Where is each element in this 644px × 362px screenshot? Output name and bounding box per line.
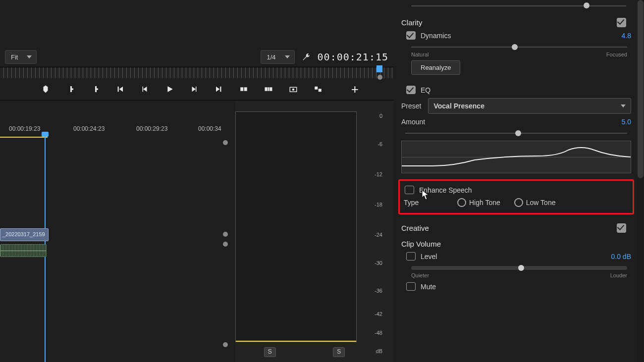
loudness-slider[interactable] bbox=[411, 2, 626, 9]
svg-rect-0 bbox=[240, 87, 243, 91]
low-tone-radio[interactable]: Low Tone bbox=[514, 198, 556, 207]
export-frame-button[interactable] bbox=[288, 84, 298, 94]
scroll-handle-icon[interactable] bbox=[223, 242, 228, 247]
fit-dropdown[interactable]: Fit bbox=[5, 50, 37, 64]
level-checkbox[interactable] bbox=[406, 252, 416, 260]
time-mark: 00:00:19:23 bbox=[9, 125, 40, 132]
zoom-label: 1/4 bbox=[267, 53, 275, 61]
radio-icon bbox=[514, 198, 523, 207]
preset-label: Preset bbox=[401, 102, 421, 110]
amount-slider[interactable] bbox=[405, 130, 627, 137]
wrench-icon[interactable] bbox=[302, 52, 311, 61]
zoom-dropdown[interactable]: 1/4 bbox=[261, 50, 294, 64]
step-back-button[interactable] bbox=[140, 84, 150, 94]
level-min-label: Quieter bbox=[411, 272, 429, 278]
enhance-speech-label: Enhance Speech bbox=[419, 186, 472, 194]
dynamics-min-label: Natural bbox=[411, 52, 429, 57]
play-button[interactable] bbox=[164, 84, 174, 94]
timeline-ruler[interactable]: 00:00:19:23 00:00:24:23 00:00:29:23 00:0… bbox=[0, 125, 235, 136]
creative-enable-checkbox[interactable] bbox=[617, 223, 626, 233]
audio-clip[interactable] bbox=[0, 244, 47, 257]
solo-button[interactable]: S bbox=[333, 347, 345, 357]
time-mark: 00:00:29:23 bbox=[136, 125, 167, 132]
dynamics-max-label: Focused bbox=[606, 52, 627, 57]
lower-panels: 00:00:19:23 00:00:24:23 00:00:29:23 00:0… bbox=[0, 100, 393, 362]
scroll-handle-icon[interactable] bbox=[223, 232, 228, 237]
step-forward-button[interactable] bbox=[189, 84, 199, 94]
audio-meter[interactable] bbox=[235, 111, 357, 342]
svg-rect-2 bbox=[265, 87, 268, 91]
lift-button[interactable] bbox=[239, 84, 249, 94]
go-to-in-button[interactable] bbox=[115, 84, 125, 94]
chevron-down-icon bbox=[285, 55, 290, 58]
scrub-handle-icon[interactable] bbox=[377, 75, 382, 80]
mark-in-button[interactable] bbox=[65, 84, 75, 94]
chevron-down-icon bbox=[621, 104, 626, 107]
svg-point-6 bbox=[292, 89, 295, 91]
clip-volume-section-header[interactable]: Clip Volume bbox=[401, 240, 631, 248]
go-to-out-button[interactable] bbox=[214, 84, 224, 94]
eq-checkbox[interactable] bbox=[406, 86, 416, 94]
clarity-section-header[interactable]: Clarity bbox=[401, 18, 631, 27]
program-timecode[interactable]: 00:00:21:15 bbox=[318, 51, 388, 63]
add-marker-button[interactable] bbox=[41, 84, 51, 94]
level-max-label: Louder bbox=[610, 272, 627, 278]
timeline-scrollbar[interactable] bbox=[223, 140, 228, 347]
eq-label: EQ bbox=[421, 86, 430, 94]
solo-buttons: S S bbox=[235, 347, 374, 357]
level-slider[interactable] bbox=[411, 264, 627, 271]
in-out-range bbox=[0, 137, 48, 138]
clarity-title: Clarity bbox=[401, 18, 423, 27]
button-editor-icon[interactable]: + bbox=[351, 82, 359, 97]
mute-checkbox[interactable] bbox=[406, 282, 416, 291]
comparison-view-button[interactable] bbox=[313, 84, 323, 94]
high-tone-label: High Tone bbox=[469, 199, 500, 207]
amount-value[interactable]: 5.0 bbox=[622, 118, 631, 126]
enhance-speech-checkbox[interactable] bbox=[405, 186, 414, 194]
type-label: Type bbox=[404, 199, 424, 207]
solo-button[interactable]: S bbox=[264, 347, 276, 357]
panel-scrollbar[interactable] bbox=[638, 0, 644, 362]
svg-rect-1 bbox=[244, 87, 247, 91]
level-label: Level bbox=[421, 253, 437, 260]
video-clip[interactable]: _20220317_2159 bbox=[0, 228, 49, 241]
scroll-handle-icon[interactable] bbox=[223, 140, 228, 145]
svg-rect-7 bbox=[315, 87, 318, 90]
clip-volume-title: Clip Volume bbox=[401, 240, 441, 248]
low-tone-label: Low Tone bbox=[526, 199, 556, 207]
dynamics-value[interactable]: 4.8 bbox=[622, 32, 631, 40]
reanalyze-button[interactable]: Reanalyze bbox=[411, 60, 460, 75]
dynamics-checkbox[interactable] bbox=[406, 31, 416, 40]
svg-rect-3 bbox=[268, 87, 269, 91]
scrollbar-thumb[interactable] bbox=[638, 0, 644, 178]
clarity-enable-checkbox[interactable] bbox=[617, 18, 626, 27]
timeline-panel[interactable]: 00:00:19:23 00:00:24:23 00:00:29:23 00:0… bbox=[0, 101, 235, 362]
mark-out-button[interactable] bbox=[90, 84, 100, 94]
svg-rect-4 bbox=[269, 87, 272, 91]
extract-button[interactable] bbox=[264, 84, 273, 94]
program-monitor-area: Fit 1/4 00:00:21:15 + 00 bbox=[0, 0, 393, 362]
program-preview bbox=[0, 0, 393, 47]
scroll-handle-icon[interactable] bbox=[223, 342, 228, 347]
eq-curve-display[interactable] bbox=[401, 141, 631, 173]
meter-scale: 0 -6 -12 -18 -24 -30 -36 -42 -48 dB bbox=[365, 111, 382, 344]
essential-sound-panel: Clarity Dynamics 4.8 Natural Focused Rea… bbox=[393, 0, 644, 362]
time-mark: 00:00:34 bbox=[198, 125, 221, 132]
time-mark: 00:00:24:23 bbox=[73, 125, 105, 132]
out-point-marker[interactable] bbox=[376, 65, 382, 72]
monitor-toolbar: Fit 1/4 00:00:21:15 bbox=[0, 47, 393, 67]
chevron-down-icon bbox=[27, 55, 32, 58]
creative-title: Creative bbox=[401, 224, 429, 232]
high-tone-radio[interactable]: High Tone bbox=[457, 198, 500, 207]
svg-rect-8 bbox=[319, 89, 322, 92]
audio-meters-panel: 0 -6 -12 -18 -24 -30 -36 -42 -48 dB S S bbox=[235, 101, 393, 362]
enhance-speech-highlight: Enhance Speech Type High Tone Low Tone bbox=[398, 179, 634, 214]
creative-section-header[interactable]: Creative bbox=[401, 223, 631, 233]
eq-preset-dropdown[interactable]: Vocal Presence bbox=[428, 98, 631, 114]
level-value[interactable]: 0.0 dB bbox=[611, 253, 631, 260]
fit-label: Fit bbox=[11, 53, 18, 61]
program-scrubber[interactable] bbox=[0, 67, 393, 78]
dynamics-slider[interactable] bbox=[411, 44, 627, 51]
transport-bar: + bbox=[0, 78, 393, 100]
mute-label: Mute bbox=[421, 283, 436, 291]
